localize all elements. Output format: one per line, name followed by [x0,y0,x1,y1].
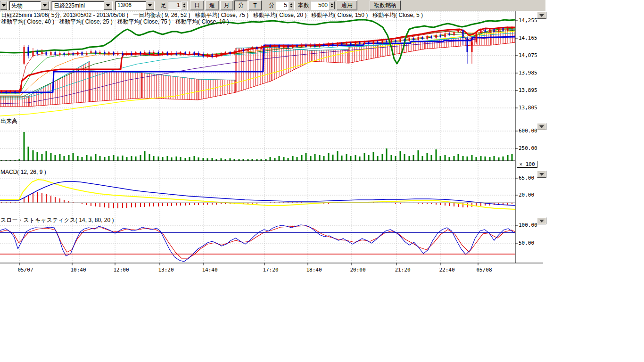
volume-panel-label: 出来高 [0,117,17,125]
macd-panel-label: MACD( 12, 26, 9 ) [0,169,46,175]
x-axis-label: 10:40 [68,267,89,273]
y-axis-label: 65.00 [519,175,534,181]
price-axis-menu-button[interactable] [537,12,546,19]
x-axis-label: 05/08 [474,267,495,273]
x-axis-label: 12:00 [111,267,132,273]
volume-multiplier-badge: × 100 [517,161,537,168]
chevron-down-icon [539,125,544,128]
y-axis-label: 14,075 [519,52,537,58]
y-axis-label: 20.00 [519,192,534,198]
x-axis-label: 13:20 [156,267,176,273]
stochastics-axis-menu-button[interactable] [537,217,546,224]
chart-application-window: 先物 日経225mini 13/06 足 1 日 週 月 分 T 分 5 本数 … [0,0,644,362]
x-axis-label: 22:40 [437,267,457,273]
y-axis-label: 50.00 [519,240,534,246]
x-axis-label: 05/07 [15,267,36,273]
chart-title-line2: 移動平均( Close, 40 ) 移動平均( Close, 25 ) 移動平均… [1,18,229,26]
x-axis-label: 20:00 [347,267,368,273]
volume-axis-menu-button[interactable] [537,123,546,130]
chevron-down-icon [539,173,544,176]
y-axis-label: 13,985 [519,70,537,76]
y-axis-label: 250.00 [519,145,537,151]
x-axis-label: 18:40 [304,267,324,273]
y-axis-label: 600.00 [519,128,537,134]
x-axis-label: 17:20 [260,267,281,273]
y-axis-label: 13,895 [519,87,537,93]
y-axis-label: 14,255 [519,17,537,24]
y-axis-label: 100.00 [519,222,537,228]
y-axis-label: 14,165 [519,35,537,41]
macd-axis-menu-button[interactable] [537,171,546,178]
x-axis-label: 21:20 [392,267,413,273]
x-axis-label: 14:40 [199,267,220,273]
chevron-down-icon [539,220,544,222]
chevron-down-icon [539,14,544,17]
chart-canvas [0,0,644,362]
stochastics-panel-label: スロー・ストキャスティクス( 14, 3, 80, 20 ) [0,216,114,224]
y-axis-label: 13,805 [519,105,537,111]
